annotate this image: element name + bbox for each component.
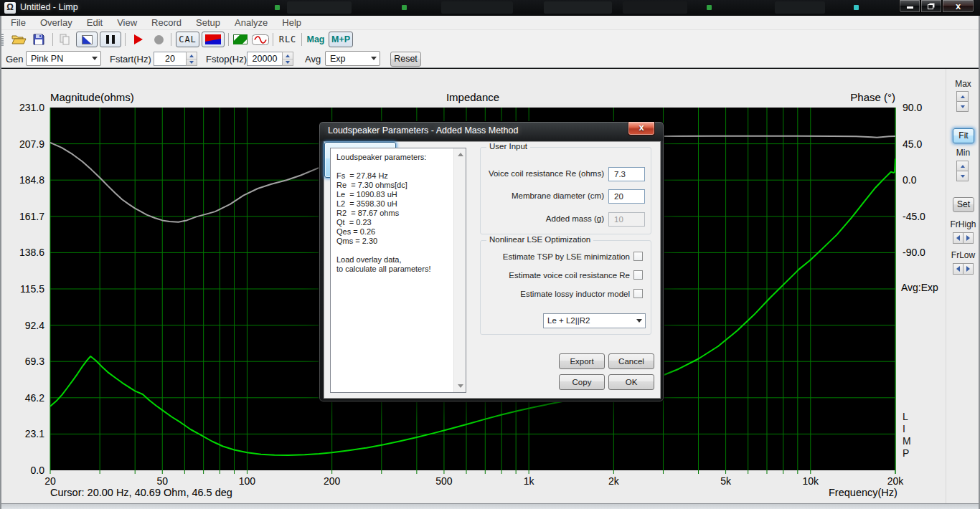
menu-help[interactable]: Help [275,16,308,29]
reset-button[interactable]: Reset [390,52,421,67]
title-bar: Ω Untitled - Limp x [0,0,980,16]
menu-analyze[interactable]: Analyze [227,16,275,29]
min-label: Min [946,148,980,158]
frlow-left-button[interactable] [953,263,963,275]
close-button[interactable]: x [942,0,974,13]
calibrate-label: CAL [179,34,197,44]
fstop-input[interactable]: 20000 [247,52,283,66]
cancel-button[interactable]: Cancel [608,353,654,369]
minimize-button[interactable] [899,0,920,13]
play-record-button[interactable] [131,30,146,49]
menu-bar: File Overlay Edit View Record Setup Anal… [0,16,980,30]
dialog-title: Loudspeaker Parameters - Added Mass Meth… [328,125,518,135]
window-bottom-border [0,503,980,509]
frhigh-left-button[interactable] [953,232,963,244]
magnitude-phase-view-button[interactable]: M+P [329,32,353,47]
lse-group-label: Nonlinear LSE Optimization [486,235,593,244]
magnitude-view-button[interactable]: Mag [306,30,326,49]
rlc-mode-button[interactable]: RLC [277,30,298,49]
menu-setup[interactable]: Setup [189,16,227,29]
fstop-label: Fstop(Hz) [206,54,247,65]
spectrum-analysis-button[interactable] [232,30,249,49]
open-file-button[interactable] [10,30,27,49]
spin-down-icon [961,105,965,108]
membrane-diameter-label: Membrane diameter (cm) [481,191,604,200]
restore-button[interactable] [920,0,942,13]
background-taskbar-icon [707,5,712,10]
membrane-diameter-field[interactable]: 20 [608,189,645,204]
app-icon: Ω [4,2,16,14]
record-button[interactable] [151,30,166,49]
background-window-silhouette [287,1,352,14]
signal-generator-button[interactable] [251,30,270,49]
max-up-button[interactable] [956,91,969,102]
menu-record[interactable]: Record [144,16,189,29]
toolbar-grip[interactable] [1,33,4,46]
close-icon: x [943,1,974,11]
averaging-select[interactable]: Exp [325,51,380,66]
frhigh-right-button[interactable] [963,232,974,244]
inductor-model-select[interactable]: Le + L2||R2 [543,313,646,328]
parameters-text: Loudspeaker parameters: Fs = 27.84 Hz Re… [336,153,430,274]
menu-overlay[interactable]: Overlay [33,16,80,29]
copy-icon [60,34,70,45]
spin-up-icon [961,165,965,168]
pause-button[interactable] [100,32,121,47]
copy-button[interactable] [57,30,72,49]
red-blue-graph-icon [205,34,221,44]
measurement-controls-bar: Gen Pink PN Fstart(Hz) 20 Fstop(Hz) 2000… [0,49,980,68]
background-taskbar-icon [402,5,407,10]
estimate-tsp-checkbox[interactable] [633,252,643,261]
chevron-down-icon [92,57,98,60]
graph-scale-panel: Max Fit Min Set FrHigh FrLow [946,69,980,503]
scroll-down-icon[interactable] [454,380,466,392]
save-floppy-icon [33,34,44,45]
fit-button[interactable]: Fit [953,128,974,143]
scrollbar[interactable] [453,148,466,392]
estimate-re-checkbox[interactable] [633,270,643,280]
fstop-stepper[interactable] [282,52,293,66]
pause-icon [106,35,109,44]
ok-button[interactable]: OK [608,374,654,390]
user-input-group-label: User Input [486,142,530,151]
calibrate-button[interactable]: CAL [176,32,199,47]
signal-view-toggle-button[interactable] [76,32,98,47]
arrow-left-icon [956,266,960,272]
set-button[interactable]: Set [953,197,974,212]
avg-status-text: Avg:Exp [901,282,938,293]
min-down-button[interactable] [956,171,969,181]
scroll-up-icon[interactable] [454,148,466,161]
dialog-body: Loudspeaker parameters: Fs = 27.84 Hz Re… [324,141,661,399]
menu-file[interactable]: File [4,16,33,29]
re-field[interactable]: 7.3 [608,167,645,181]
spin-down-icon [286,61,290,64]
averaging-value: Exp [330,54,346,64]
save-button[interactable] [32,30,46,49]
background-window-silhouette [775,1,825,14]
added-mass-field: 10 [608,212,645,227]
parameters-text-panel[interactable]: Loudspeaker parameters: Fs = 27.84 Hz Re… [330,148,466,393]
min-up-button[interactable] [956,161,969,171]
limp-watermark: L I M P [903,411,911,460]
frlow-right-button[interactable] [963,263,974,275]
phase-axis-title: Phase (°) [809,91,895,103]
menu-view[interactable]: View [110,16,144,29]
copy-button[interactable]: Copy [559,374,605,390]
arrow-right-icon [966,235,970,241]
fstart-input[interactable]: 20 [154,52,187,66]
fstart-stepper[interactable] [186,52,197,66]
mp-label: M+P [331,34,350,44]
export-button[interactable]: Export [559,353,605,369]
background-window-silhouette [623,1,687,14]
impedance-setup-button[interactable] [202,32,225,47]
generator-type-select[interactable]: Pink PN [26,51,101,66]
estimate-inductor-checkbox[interactable] [633,289,643,298]
gen-label: Gen [6,54,24,65]
signal-flag-icon [82,35,93,44]
generator-type-value: Pink PN [31,54,63,64]
restore-icon [928,4,933,9]
dialog-close-button[interactable]: x [628,122,655,135]
max-down-button[interactable] [956,101,969,112]
frlow-label: FrLow [946,250,980,260]
menu-edit[interactable]: Edit [80,16,110,29]
